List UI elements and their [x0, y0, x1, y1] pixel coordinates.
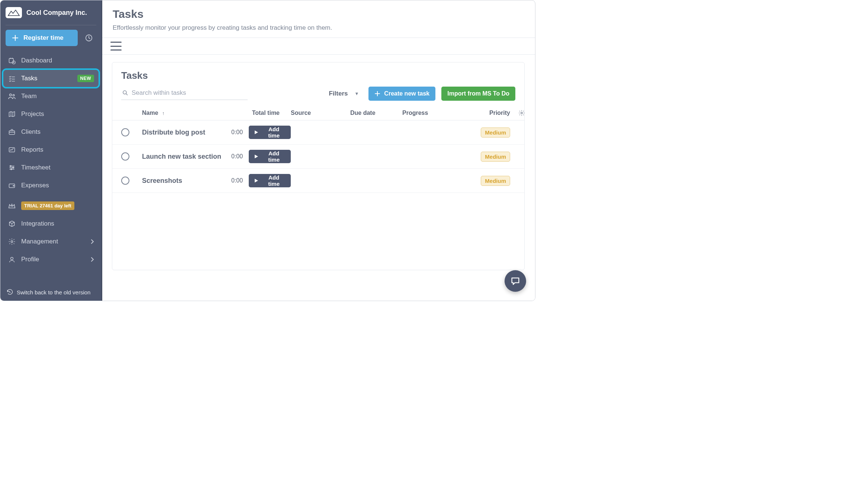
task-name: Distribute blog post	[142, 129, 231, 136]
filters-label: Filters	[329, 90, 348, 97]
table-row[interactable]: Distribute blog post 0:00 Add time Mediu…	[112, 120, 524, 145]
search-input[interactable]	[132, 89, 247, 97]
col-source[interactable]: Source	[291, 110, 350, 116]
task-name: Screenshots	[142, 177, 231, 185]
sidebar-item-integrations[interactable]: Integrations	[3, 215, 99, 232]
company-logo	[6, 7, 22, 18]
sidebar-item-team[interactable]: Team	[3, 88, 99, 105]
crown-icon	[8, 202, 16, 210]
page-title: Tasks	[113, 8, 524, 20]
import-button[interactable]: Import from MS To Do	[441, 87, 515, 101]
card-title: Tasks	[121, 70, 515, 81]
svg-point-12	[11, 241, 13, 243]
sidebar-resize-handle[interactable]	[100, 0, 102, 301]
page-subtitle: Effortlessly monitor your progress by cr…	[113, 24, 524, 32]
svg-point-13	[11, 257, 13, 260]
tasks-card: Tasks Filters ▼	[112, 62, 525, 270]
plus-icon	[374, 91, 380, 97]
caret-down-icon: ▼	[354, 91, 359, 96]
svg-point-3	[10, 94, 12, 96]
svg-point-8	[13, 167, 14, 168]
add-time-button[interactable]: Add time	[249, 150, 291, 163]
panel-toggle-button[interactable]	[110, 42, 122, 51]
page-header: Tasks Effortlessly monitor your progress…	[102, 0, 535, 38]
sidebar-item-label: Tasks	[21, 75, 37, 82]
search-field[interactable]	[121, 88, 248, 100]
col-due-date[interactable]: Due date	[350, 110, 402, 116]
sidebar-item-timesheet[interactable]: Timesheet	[3, 159, 99, 176]
register-time-button[interactable]: Register time	[6, 30, 78, 46]
chat-icon	[510, 276, 521, 286]
col-priority[interactable]: Priority	[462, 110, 510, 116]
import-label: Import from MS To Do	[447, 90, 509, 97]
sidebar-item-label: Profile	[21, 256, 39, 263]
table-row[interactable]: Launch new task section 0:00 Add time Me…	[112, 145, 524, 169]
sidebar-item-label: Reports	[21, 146, 44, 154]
briefcase-icon	[8, 128, 16, 136]
user-icon	[8, 255, 16, 264]
svg-point-15	[521, 112, 523, 114]
sidebar-item-label: Clients	[21, 128, 41, 136]
play-icon	[254, 178, 258, 183]
sidebar-item-profile[interactable]: Profile	[3, 251, 99, 268]
cube-icon	[8, 220, 16, 228]
chart-icon	[8, 146, 16, 154]
sidebar-item-reports[interactable]: Reports	[3, 141, 99, 158]
filters-button[interactable]: Filters ▼	[325, 88, 363, 100]
nav: Dashboard Tasks NEW Team Pr	[0, 50, 102, 270]
col-progress[interactable]: Progress	[402, 110, 462, 116]
new-badge: NEW	[77, 75, 94, 82]
timer-button[interactable]	[81, 30, 96, 45]
task-name: Launch new task section	[142, 153, 231, 161]
wallet-icon	[8, 181, 16, 190]
trial-badge: TRIAL 27461 day left	[21, 201, 74, 210]
calendar-clock-icon	[8, 56, 16, 65]
gear-icon	[8, 238, 16, 246]
create-task-button[interactable]: Create new task	[368, 87, 435, 101]
secondary-bar	[102, 38, 535, 55]
brand: Cool Company Inc.	[0, 0, 102, 25]
clock-icon	[85, 34, 93, 42]
register-time-label: Register time	[23, 34, 64, 42]
sidebar: Cool Company Inc. Register time Da	[0, 0, 102, 301]
sidebar-item-expenses[interactable]: Expenses	[3, 177, 99, 194]
task-complete-toggle[interactable]	[121, 177, 129, 185]
table-settings-button[interactable]	[510, 110, 525, 116]
sidebar-item-dashboard[interactable]: Dashboard	[3, 52, 99, 69]
content: Tasks Filters ▼	[102, 55, 535, 301]
task-time: 0:00	[231, 153, 243, 160]
sidebar-item-trial[interactable]: TRIAL 27461 day left	[3, 197, 99, 214]
chat-fab[interactable]	[505, 270, 526, 292]
sidebar-item-label: Projects	[21, 110, 44, 118]
main: Tasks Effortlessly monitor your progress…	[102, 0, 535, 301]
add-time-button[interactable]: Add time	[249, 126, 291, 139]
table-row[interactable]: Screenshots 0:00 Add time Medium	[112, 169, 524, 193]
col-total-time[interactable]: Total time	[231, 110, 291, 116]
sidebar-item-tasks[interactable]: Tasks NEW	[3, 70, 99, 87]
switch-back-label: Switch back to the old version	[17, 289, 90, 295]
sliders-icon	[8, 164, 16, 172]
svg-point-14	[123, 91, 126, 94]
add-time-button[interactable]: Add time	[249, 174, 291, 187]
col-name[interactable]: Name ↑	[142, 110, 231, 116]
sidebar-item-management[interactable]: Management	[3, 233, 99, 250]
chevron-right-icon	[90, 239, 94, 244]
task-complete-toggle[interactable]	[121, 128, 129, 136]
sidebar-item-projects[interactable]: Projects	[3, 106, 99, 123]
sidebar-item-clients[interactable]: Clients	[3, 123, 99, 140]
play-icon	[254, 154, 258, 159]
svg-rect-5	[9, 131, 15, 135]
priority-badge: Medium	[481, 127, 510, 138]
switch-back-link[interactable]: Switch back to the old version	[0, 284, 102, 301]
svg-point-9	[11, 169, 12, 170]
sidebar-item-label: Dashboard	[21, 57, 52, 64]
checklist-icon	[8, 74, 16, 83]
map-icon	[8, 110, 16, 118]
sort-asc-icon: ↑	[162, 110, 165, 116]
history-icon	[6, 289, 13, 295]
search-icon	[122, 90, 129, 96]
sidebar-item-label: Expenses	[21, 182, 49, 189]
task-complete-toggle[interactable]	[121, 152, 129, 161]
table-header: Name ↑ Total time Source Due date Progre…	[112, 106, 524, 120]
svg-point-7	[10, 165, 11, 167]
